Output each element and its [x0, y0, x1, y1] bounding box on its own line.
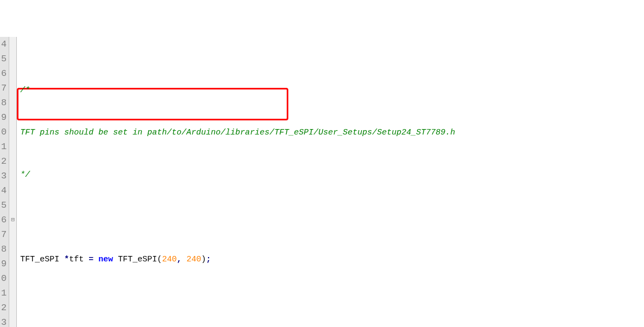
fold-marker	[9, 81, 16, 95]
line-number: 8	[1, 95, 7, 110]
fold-marker	[9, 257, 16, 271]
line-number: 9	[1, 257, 7, 271]
line-number: 5	[1, 198, 7, 213]
line-number: 2	[1, 300, 7, 315]
line-number: 4	[1, 183, 7, 198]
fold-marker	[9, 169, 16, 183]
type: TFT_eSPI	[20, 255, 59, 264]
comment-text: /*	[20, 86, 30, 95]
code-line[interactable]	[20, 210, 644, 225]
line-number: 0	[1, 125, 7, 139]
code-line[interactable]: */	[20, 168, 644, 182]
number: 240	[186, 255, 201, 264]
line-number: 8	[1, 242, 7, 257]
operator: =	[89, 255, 93, 264]
fold-marker	[9, 37, 16, 52]
fold-marker	[9, 125, 16, 139]
fold-marker	[9, 271, 16, 286]
fold-marker	[9, 110, 16, 125]
fold-marker	[9, 66, 16, 81]
keyword: new	[98, 255, 113, 264]
fold-marker	[9, 242, 16, 257]
fold-marker	[9, 95, 16, 110]
fold-marker	[9, 315, 16, 327]
line-number: 7	[1, 81, 7, 95]
fold-marker	[9, 198, 16, 213]
fold-marker	[9, 286, 16, 300]
comment-text: */	[20, 170, 30, 179]
fold-column[interactable]: ⊟	[9, 37, 17, 327]
code-area[interactable]: /* TFT pins should be set in path/to/Ard…	[17, 37, 644, 327]
line-number: 9	[1, 110, 7, 125]
fold-marker	[9, 227, 16, 242]
semicolon: ;	[206, 255, 211, 264]
line-number: 3	[1, 169, 7, 183]
fold-marker	[9, 154, 16, 169]
line-number: 2	[1, 154, 7, 169]
code-editor[interactable]: 4567890123456789012345 ⊟ /* TFT pins sho…	[0, 37, 644, 327]
line-number: 1	[1, 139, 7, 154]
operator: *	[64, 255, 69, 264]
comment-text: TFT pins should be set in path/to/Arduin…	[20, 128, 455, 137]
fold-marker	[9, 52, 16, 66]
line-number: 0	[1, 271, 7, 286]
line-number: 6	[1, 213, 7, 227]
fold-marker	[9, 139, 16, 154]
line-number: 7	[1, 227, 7, 242]
fold-marker	[9, 300, 16, 315]
code-line[interactable]: /*	[20, 83, 644, 98]
constructor: TFT_eSPI	[118, 255, 157, 264]
fold-marker[interactable]: ⊟	[9, 213, 16, 227]
fold-marker	[9, 183, 16, 198]
number: 240	[162, 255, 176, 264]
line-number: 5	[1, 52, 7, 66]
line-number: 6	[1, 66, 7, 81]
line-number: 4	[1, 37, 7, 52]
code-line[interactable]: TFT_eSPI *tft = new TFT_eSPI(240, 240);	[20, 252, 644, 267]
identifier: tft	[69, 255, 84, 264]
line-number: 3	[1, 315, 7, 327]
code-line[interactable]: TFT pins should be set in path/to/Arduin…	[20, 125, 644, 140]
comma: ,	[176, 255, 181, 264]
code-line[interactable]	[20, 294, 644, 309]
line-number: 1	[1, 286, 7, 300]
line-number-gutter: 4567890123456789012345	[0, 37, 9, 327]
